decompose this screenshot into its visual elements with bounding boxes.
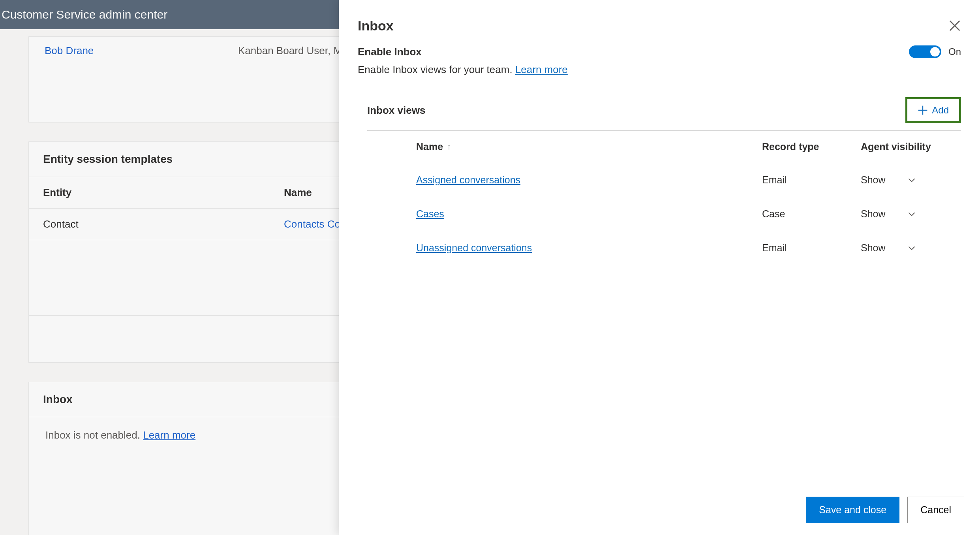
row-name-cell: Assigned conversations	[367, 174, 762, 186]
enable-inbox-label: Enable Inbox	[358, 46, 909, 58]
inbox-views-title: Inbox views	[367, 104, 905, 117]
inbox-views-section: Inbox views Add Name ↑ Record type Agent…	[339, 76, 980, 265]
close-button[interactable]	[949, 20, 961, 32]
row-visibility-cell[interactable]: Show	[861, 174, 961, 186]
plus-icon	[918, 105, 928, 115]
chevron-down-icon	[908, 176, 916, 184]
add-button-label: Add	[932, 105, 949, 116]
col-record-header[interactable]: Record type	[762, 141, 861, 153]
cancel-button[interactable]: Cancel	[907, 497, 964, 523]
view-name-link[interactable]: Assigned conversations	[416, 174, 520, 185]
panel-header: Inbox	[339, 0, 980, 41]
panel-subheader: Enable Inbox On Enable Inbox views for y…	[339, 41, 980, 76]
panel-title: Inbox	[358, 18, 949, 34]
col-name-label: Name	[416, 141, 443, 153]
row-visibility-cell[interactable]: Show	[861, 242, 961, 254]
add-button[interactable]: Add	[905, 97, 961, 123]
view-name-link[interactable]: Cases	[416, 208, 444, 219]
col-visibility-header[interactable]: Agent visibility	[861, 141, 961, 153]
enable-inbox-row: Enable Inbox On	[358, 45, 961, 58]
row-name-cell: Cases	[367, 208, 762, 220]
table-row[interactable]: Assigned conversations Email Show	[367, 163, 961, 197]
enable-inbox-description: Enable Inbox views for your team. Learn …	[358, 64, 961, 76]
learn-more-link[interactable]: Learn more	[515, 64, 568, 75]
view-name-link[interactable]: Unassigned conversations	[416, 242, 532, 253]
toggle-knob	[930, 47, 940, 57]
inbox-views-header: Inbox views Add	[367, 97, 961, 131]
visibility-value: Show	[861, 174, 886, 186]
visibility-value: Show	[861, 208, 886, 220]
views-table-header: Name ↑ Record type Agent visibility	[367, 131, 961, 163]
table-row[interactable]: Cases Case Show	[367, 197, 961, 231]
row-record-cell: Email	[762, 242, 861, 254]
save-and-close-button[interactable]: Save and close	[806, 497, 899, 523]
row-record-cell: Email	[762, 174, 861, 186]
row-name-cell: Unassigned conversations	[367, 242, 762, 254]
inbox-panel: Inbox Enable Inbox On Enable Inbox views…	[339, 0, 980, 535]
row-visibility-cell[interactable]: Show	[861, 208, 961, 220]
toggle-state-label: On	[948, 46, 961, 57]
col-name-header[interactable]: Name ↑	[367, 141, 762, 153]
visibility-value: Show	[861, 242, 886, 254]
close-icon	[949, 20, 960, 31]
enable-inbox-toggle[interactable]	[909, 45, 941, 58]
sort-ascending-icon: ↑	[447, 142, 451, 151]
chevron-down-icon	[908, 210, 916, 218]
row-record-cell: Case	[762, 208, 861, 220]
table-row[interactable]: Unassigned conversations Email Show	[367, 231, 961, 265]
panel-footer: Save and close Cancel	[806, 497, 964, 523]
chevron-down-icon	[908, 244, 916, 252]
toggle-wrap: On	[909, 45, 961, 58]
enable-desc-text: Enable Inbox views for your team.	[358, 64, 515, 75]
